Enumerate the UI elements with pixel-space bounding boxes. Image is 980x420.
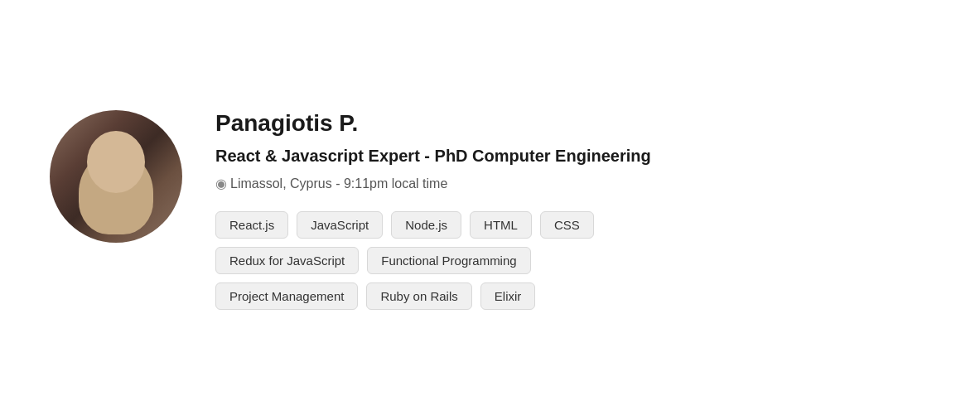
skill-tag[interactable]: Redux for JavaScript <box>215 247 359 274</box>
profile-location: ◉ Limassol, Cyprus - 9:11pm local time <box>215 176 651 191</box>
profile-title: React & Javascript Expert - PhD Computer… <box>215 147 651 166</box>
profile-name: Panagiotis P. <box>215 110 651 137</box>
avatar-wrapper <box>50 110 182 243</box>
skill-tag[interactable]: Ruby on Rails <box>366 282 471 310</box>
skill-tag[interactable]: Node.js <box>391 211 461 239</box>
skill-tag[interactable]: Elixir <box>480 282 536 310</box>
avatar <box>50 110 182 243</box>
skills-row-1: React.js JavaScript Node.js HTML CSS <box>215 211 651 239</box>
skill-tag[interactable]: React.js <box>215 211 288 239</box>
skill-tag[interactable]: CSS <box>540 211 594 239</box>
skills-section: React.js JavaScript Node.js HTML CSS Red… <box>215 211 651 310</box>
profile-container: Panagiotis P. React & Javascript Expert … <box>50 110 651 310</box>
skill-tag[interactable]: Functional Programming <box>367 247 530 274</box>
location-text: Limassol, Cyprus - 9:11pm local time <box>230 176 447 191</box>
skills-row-3: Project Management Ruby on Rails Elixir <box>215 282 651 310</box>
profile-info: Panagiotis P. React & Javascript Expert … <box>215 110 651 310</box>
skill-tag[interactable]: HTML <box>470 211 532 239</box>
skill-tag[interactable]: JavaScript <box>297 211 383 239</box>
location-icon: ◉ <box>215 176 227 191</box>
skills-row-2: Redux for JavaScript Functional Programm… <box>215 247 651 274</box>
skill-tag[interactable]: Project Management <box>215 282 358 310</box>
